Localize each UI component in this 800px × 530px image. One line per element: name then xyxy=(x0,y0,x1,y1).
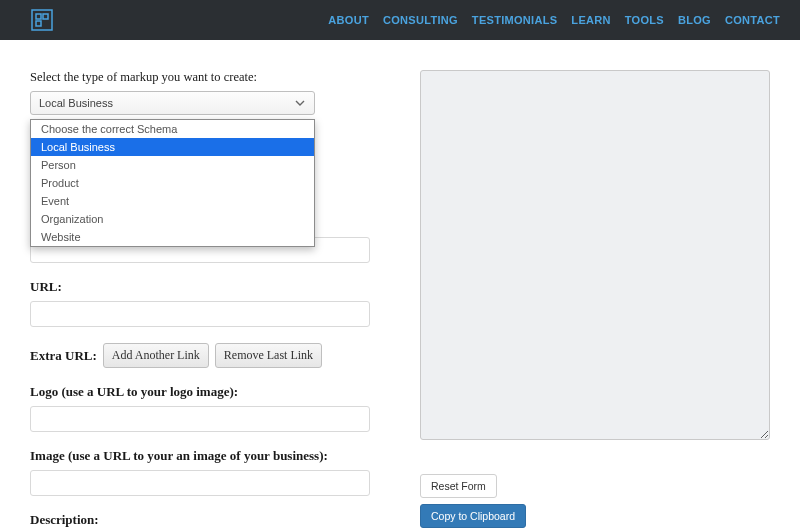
schema-select[interactable]: Local Business xyxy=(30,91,315,115)
output-column: Reset Form Copy to Clipboard xyxy=(420,70,770,530)
remove-link-button[interactable]: Remove Last Link xyxy=(215,343,322,368)
markup-type-label: Select the type of markup you want to cr… xyxy=(30,70,370,85)
description-label: Description: xyxy=(30,512,370,528)
schema-select-value: Local Business xyxy=(39,97,113,109)
nav-about[interactable]: ABOUT xyxy=(328,14,369,26)
svg-rect-3 xyxy=(36,21,41,26)
schema-option-organization[interactable]: Organization xyxy=(31,210,314,228)
extra-url-label: Extra URL: xyxy=(30,348,97,364)
schema-option-website[interactable]: Website xyxy=(31,228,314,246)
nav-blog[interactable]: BLOG xyxy=(678,14,711,26)
add-link-button[interactable]: Add Another Link xyxy=(103,343,209,368)
nav-tools[interactable]: TOOLS xyxy=(625,14,664,26)
reset-form-button[interactable]: Reset Form xyxy=(420,474,497,498)
logo-label: Logo (use a URL to your logo image): xyxy=(30,384,370,400)
top-navbar: ABOUT CONSULTING TESTIMONIALS LEARN TOOL… xyxy=(0,0,800,40)
output-textarea[interactable] xyxy=(420,70,770,440)
nav-links: ABOUT CONSULTING TESTIMONIALS LEARN TOOL… xyxy=(328,14,780,26)
copy-clipboard-button[interactable]: Copy to Clipboard xyxy=(420,504,526,528)
schema-option-person[interactable]: Person xyxy=(31,156,314,174)
url-input[interactable] xyxy=(30,301,370,327)
schema-option-product[interactable]: Product xyxy=(31,174,314,192)
chevron-down-icon xyxy=(294,97,306,109)
image-input[interactable] xyxy=(30,470,370,496)
nav-learn[interactable]: LEARN xyxy=(571,14,610,26)
schema-dropdown: Choose the correct Schema Local Business… xyxy=(30,119,315,247)
schema-option-choose[interactable]: Choose the correct Schema xyxy=(31,120,314,138)
image-label: Image (use a URL to your an image of you… xyxy=(30,448,370,464)
logo-input[interactable] xyxy=(30,406,370,432)
nav-testimonials[interactable]: TESTIMONIALS xyxy=(472,14,558,26)
svg-rect-2 xyxy=(43,14,48,19)
url-label: URL: xyxy=(30,279,370,295)
site-logo[interactable] xyxy=(30,8,54,32)
schema-option-event[interactable]: Event xyxy=(31,192,314,210)
nav-consulting[interactable]: CONSULTING xyxy=(383,14,458,26)
schema-option-local-business[interactable]: Local Business xyxy=(31,138,314,156)
nav-contact[interactable]: CONTACT xyxy=(725,14,780,26)
form-column: Select the type of markup you want to cr… xyxy=(30,70,370,530)
svg-rect-1 xyxy=(36,14,41,19)
svg-rect-0 xyxy=(32,10,52,30)
